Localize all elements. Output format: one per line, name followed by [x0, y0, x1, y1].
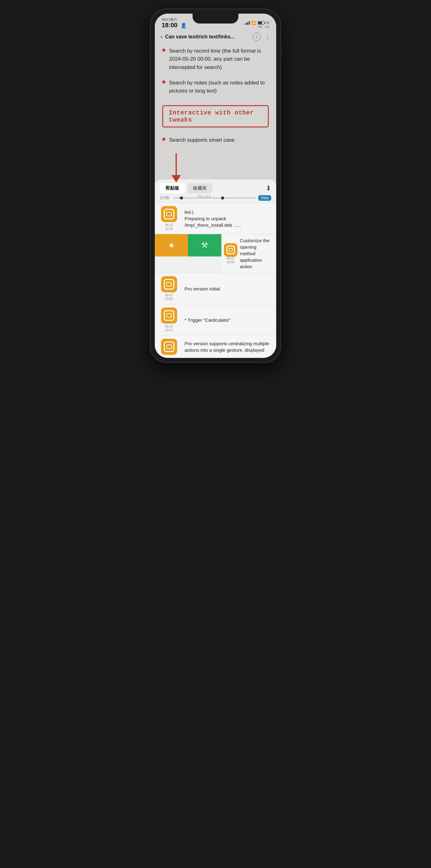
list-item-1[interactable]: 06-07 10:35 led.)Preparing to unpack /tm… [155, 203, 276, 234]
swipe-action-star[interactable]: ★ [155, 234, 188, 256]
notch [193, 13, 238, 24]
battery-percent: 70 [266, 21, 269, 25]
status-left: 06/11初六 18:00 👤 [162, 17, 187, 28]
bullet-text-1: Search by record time (the full format i… [169, 47, 269, 71]
item-text-2: Customize the opening method application… [240, 237, 273, 270]
timeline-time: 17:05 [160, 196, 171, 200]
interactive-label: Interactive with other tweaks [169, 109, 254, 123]
item-content-4: * Trigger "Cardculator" [182, 317, 271, 323]
bullet-text-3: Search supports smart case [169, 136, 235, 144]
bullet-dot-2 [162, 81, 165, 84]
list-item-5[interactable]: Pro version supports centralizing multip… [155, 335, 276, 358]
power-button[interactable] [280, 43, 282, 59]
vol-down-button[interactable] [149, 50, 151, 60]
user-icon: 👤 [180, 23, 187, 28]
tab-favorites[interactable]: 收藏夹 [187, 183, 212, 193]
wifi-icon: 📶 [252, 21, 256, 25]
list-item-4[interactable]: 06-0703:01 * Trigger "Cardculator" [155, 304, 276, 335]
timeline-thumb-1 [180, 196, 183, 199]
list-item-2-container: ★ ⚒ 06-0703:08 Customize [155, 234, 276, 273]
signal-icon [245, 21, 250, 25]
tab-clipboard[interactable]: 剪贴板 [160, 183, 185, 193]
phone-screen: 06/11初六 18:00 👤 📶 [155, 13, 276, 358]
nav-bar: ‹ Can save text/rich text/links... i ⋮ [155, 30, 276, 44]
arrow-annotation [155, 152, 276, 183]
bullet-text-2: Search by notes (such as notes added to … [169, 79, 269, 95]
phone-frame: 06/11初六 18:00 👤 📶 [150, 9, 281, 362]
item-content-3: Pro version initial [182, 285, 271, 292]
bullet-dot-3 [162, 138, 165, 141]
item-content-1: led.)Preparing to unpack /tmp/_thevs_ins… [182, 209, 271, 228]
item-text-4: * Trigger "Cardculator" [184, 317, 231, 323]
arrow-svg [162, 152, 190, 183]
bullet-item-2: Search by notes (such as notes added to … [162, 79, 269, 95]
timeline-bar: 17:05 Ver 1.6.2 View [155, 193, 276, 203]
vol-up-button[interactable] [149, 37, 151, 47]
nav-title: Can save text/rich text/links... [165, 34, 253, 40]
bullet-item-1: Search by record time (the full format i… [162, 47, 269, 71]
battery-fill [258, 22, 262, 24]
timeline-track[interactable]: Ver 1.6.2 [173, 197, 256, 198]
item-date-4: 06-0703:01 [165, 325, 173, 332]
battery-icon [258, 21, 264, 25]
app-icon-2 [224, 243, 237, 257]
status-right: 📶 70 ↑0K ↓0K [245, 21, 269, 28]
app-icon-3 [161, 276, 177, 292]
view-button[interactable]: View [258, 195, 271, 201]
more-button[interactable]: ⋮ [264, 33, 270, 40]
item-content-5: Pro version supports centralizing multip… [182, 340, 271, 353]
swipe-action-tools[interactable]: ⚒ [188, 234, 221, 256]
back-button[interactable]: ‹ [161, 33, 163, 41]
item-date-3: 06-0703:05 [165, 293, 173, 301]
app-icon-4 [161, 308, 177, 323]
app-icon-1 [161, 206, 177, 222]
bottom-panel: 剪贴板 收藏夹 ⬇ 17:05 Ver 1.6.2 View [155, 179, 276, 358]
swipe-actions-row: ★ ⚒ 06-0703:08 Customize [155, 234, 276, 273]
content-area: Search by record time (the full format i… [155, 44, 276, 144]
item-text-5: Pro version supports centralizing multip… [184, 341, 269, 353]
interactive-box[interactable]: Interactive with other tweaks [162, 105, 269, 127]
info-button[interactable]: i [253, 33, 261, 41]
list-item-3[interactable]: 06-0703:05 Pro version initial [155, 273, 276, 304]
item-date-2: 06-0703:08 [227, 257, 235, 264]
star-icon: ★ [168, 241, 175, 250]
network-stats: ↑0K ↓0K [257, 25, 269, 28]
status-date: 06/11初六 [162, 17, 187, 22]
app-icon-5 [161, 339, 177, 355]
bullet-dot-1 [162, 49, 165, 52]
status-time: 18:00 👤 [162, 22, 187, 28]
svg-marker-1 [172, 175, 181, 183]
timeline-thumb-2 [221, 196, 224, 199]
tools-icon: ⚒ [201, 241, 208, 250]
item-date-1: 06-07 10:35 [165, 223, 173, 231]
item-text-3: Pro version initial [184, 286, 220, 291]
download-button[interactable]: ⬇ [266, 184, 271, 192]
bullet-item-3: Search supports smart case [162, 136, 269, 144]
ver-label: Ver 1.6.2 [198, 195, 210, 198]
status-icons: 📶 70 [245, 21, 269, 25]
item-text-1: led.)Preparing to unpack /tmp/_thevs_ins… [184, 210, 241, 228]
